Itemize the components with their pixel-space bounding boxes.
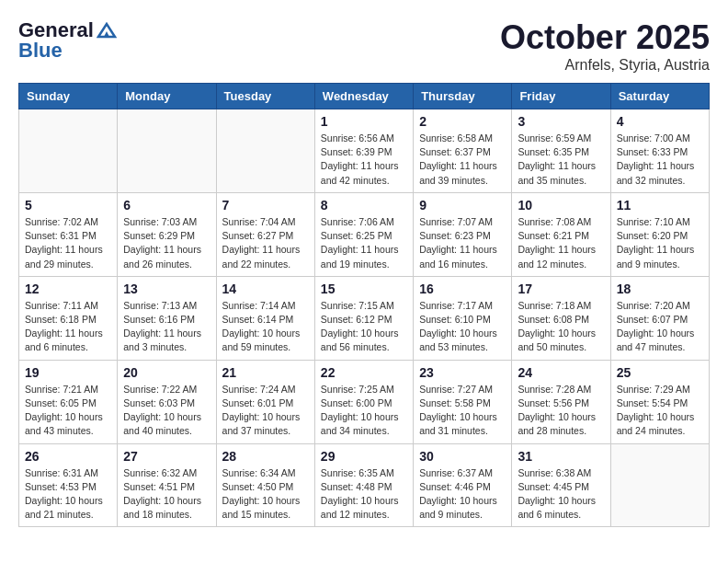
day-number: 4 xyxy=(617,114,703,129)
weekday-header: Saturday xyxy=(610,84,709,109)
calendar-day-cell: 13Sunrise: 7:13 AM Sunset: 6:16 PM Dayli… xyxy=(118,276,216,360)
weekday-header: Wednesday xyxy=(314,84,413,109)
day-number: 3 xyxy=(518,114,604,129)
calendar-day-cell: 30Sunrise: 6:37 AM Sunset: 4:46 PM Dayli… xyxy=(414,443,512,527)
day-number: 8 xyxy=(321,198,407,213)
day-info: Sunrise: 7:18 AM Sunset: 6:08 PM Dayligh… xyxy=(518,299,604,355)
calendar-day-cell: 31Sunrise: 6:38 AM Sunset: 4:45 PM Dayli… xyxy=(512,443,610,527)
day-info: Sunrise: 7:29 AM Sunset: 5:54 PM Dayligh… xyxy=(617,383,703,439)
calendar-day-cell: 5Sunrise: 7:02 AM Sunset: 6:31 PM Daylig… xyxy=(19,192,118,276)
calendar-day-cell: 26Sunrise: 6:31 AM Sunset: 4:53 PM Dayli… xyxy=(19,443,118,527)
day-number: 2 xyxy=(419,114,506,129)
calendar-day-cell xyxy=(610,443,709,527)
day-info: Sunrise: 7:22 AM Sunset: 6:03 PM Dayligh… xyxy=(123,383,210,439)
day-number: 20 xyxy=(123,365,210,380)
svg-marker-1 xyxy=(104,31,109,37)
day-number: 14 xyxy=(222,282,309,296)
calendar-week-row: 12Sunrise: 7:11 AM Sunset: 6:18 PM Dayli… xyxy=(19,276,710,360)
calendar-day-cell: 2Sunrise: 6:58 AM Sunset: 6:37 PM Daylig… xyxy=(414,109,512,193)
page-header: General Blue October 2025 Arnfels, Styri… xyxy=(18,18,710,74)
day-info: Sunrise: 6:56 AM Sunset: 6:39 PM Dayligh… xyxy=(321,132,407,188)
day-info: Sunrise: 7:00 AM Sunset: 6:33 PM Dayligh… xyxy=(617,132,703,188)
calendar-day-cell: 19Sunrise: 7:21 AM Sunset: 6:05 PM Dayli… xyxy=(19,360,118,443)
weekday-header-row: SundayMondayTuesdayWednesdayThursdayFrid… xyxy=(19,84,710,109)
day-info: Sunrise: 6:59 AM Sunset: 6:35 PM Dayligh… xyxy=(518,132,604,188)
day-info: Sunrise: 7:07 AM Sunset: 6:23 PM Dayligh… xyxy=(419,215,506,271)
day-info: Sunrise: 7:06 AM Sunset: 6:25 PM Dayligh… xyxy=(321,215,407,271)
day-number: 31 xyxy=(518,449,604,464)
calendar-week-row: 5Sunrise: 7:02 AM Sunset: 6:31 PM Daylig… xyxy=(19,192,710,276)
calendar-day-cell: 14Sunrise: 7:14 AM Sunset: 6:14 PM Dayli… xyxy=(216,276,314,360)
day-number: 29 xyxy=(321,449,407,464)
day-number: 21 xyxy=(222,365,309,380)
day-number: 5 xyxy=(25,198,111,213)
day-number: 22 xyxy=(321,365,407,380)
day-number: 13 xyxy=(123,282,210,296)
day-info: Sunrise: 6:58 AM Sunset: 6:37 PM Dayligh… xyxy=(419,132,506,188)
calendar-day-cell: 4Sunrise: 7:00 AM Sunset: 6:33 PM Daylig… xyxy=(610,109,709,193)
day-info: Sunrise: 7:27 AM Sunset: 5:58 PM Dayligh… xyxy=(419,383,506,439)
logo-blue: Blue xyxy=(18,39,63,63)
calendar-day-cell: 17Sunrise: 7:18 AM Sunset: 6:08 PM Dayli… xyxy=(512,276,610,360)
day-info: Sunrise: 7:10 AM Sunset: 6:20 PM Dayligh… xyxy=(617,215,703,271)
location: Arnfels, Styria, Austria xyxy=(500,57,710,74)
calendar-day-cell: 9Sunrise: 7:07 AM Sunset: 6:23 PM Daylig… xyxy=(414,192,512,276)
day-info: Sunrise: 6:37 AM Sunset: 4:46 PM Dayligh… xyxy=(419,466,506,523)
day-number: 23 xyxy=(419,365,506,380)
day-info: Sunrise: 7:13 AM Sunset: 6:16 PM Dayligh… xyxy=(123,299,210,355)
day-info: Sunrise: 6:38 AM Sunset: 4:45 PM Dayligh… xyxy=(518,466,604,523)
day-info: Sunrise: 7:28 AM Sunset: 5:56 PM Dayligh… xyxy=(518,383,604,439)
day-number: 15 xyxy=(321,282,407,296)
calendar-week-row: 1Sunrise: 6:56 AM Sunset: 6:39 PM Daylig… xyxy=(19,109,710,193)
weekday-header: Monday xyxy=(118,84,216,109)
day-number: 16 xyxy=(419,282,506,296)
month-title: October 2025 xyxy=(500,18,710,57)
day-number: 24 xyxy=(518,365,604,380)
calendar-day-cell: 21Sunrise: 7:24 AM Sunset: 6:01 PM Dayli… xyxy=(216,360,314,443)
calendar-week-row: 19Sunrise: 7:21 AM Sunset: 6:05 PM Dayli… xyxy=(19,360,710,443)
weekday-header: Tuesday xyxy=(216,84,314,109)
calendar-day-cell xyxy=(118,109,216,193)
day-info: Sunrise: 7:11 AM Sunset: 6:18 PM Dayligh… xyxy=(25,299,111,355)
day-number: 12 xyxy=(25,282,111,296)
day-number: 28 xyxy=(222,449,309,464)
day-number: 30 xyxy=(419,449,506,464)
calendar-day-cell: 10Sunrise: 7:08 AM Sunset: 6:21 PM Dayli… xyxy=(512,192,610,276)
day-number: 19 xyxy=(25,365,111,380)
calendar-day-cell: 22Sunrise: 7:25 AM Sunset: 6:00 PM Dayli… xyxy=(314,360,413,443)
day-info: Sunrise: 7:03 AM Sunset: 6:29 PM Dayligh… xyxy=(123,215,210,271)
calendar-day-cell: 15Sunrise: 7:15 AM Sunset: 6:12 PM Dayli… xyxy=(314,276,413,360)
day-number: 1 xyxy=(321,114,407,129)
calendar-day-cell: 6Sunrise: 7:03 AM Sunset: 6:29 PM Daylig… xyxy=(118,192,216,276)
calendar-week-row: 26Sunrise: 6:31 AM Sunset: 4:53 PM Dayli… xyxy=(19,443,710,527)
calendar-day-cell: 23Sunrise: 7:27 AM Sunset: 5:58 PM Dayli… xyxy=(414,360,512,443)
day-info: Sunrise: 7:15 AM Sunset: 6:12 PM Dayligh… xyxy=(321,299,407,355)
day-info: Sunrise: 7:24 AM Sunset: 6:01 PM Dayligh… xyxy=(222,383,309,439)
calendar-day-cell: 18Sunrise: 7:20 AM Sunset: 6:07 PM Dayli… xyxy=(610,276,709,360)
calendar-day-cell: 20Sunrise: 7:22 AM Sunset: 6:03 PM Dayli… xyxy=(118,360,216,443)
day-info: Sunrise: 7:08 AM Sunset: 6:21 PM Dayligh… xyxy=(518,215,604,271)
calendar-day-cell: 8Sunrise: 7:06 AM Sunset: 6:25 PM Daylig… xyxy=(314,192,413,276)
day-info: Sunrise: 6:35 AM Sunset: 4:48 PM Dayligh… xyxy=(321,466,407,523)
calendar-day-cell: 16Sunrise: 7:17 AM Sunset: 6:10 PM Dayli… xyxy=(414,276,512,360)
day-number: 7 xyxy=(222,198,309,213)
weekday-header: Sunday xyxy=(19,84,118,109)
title-block: October 2025 Arnfels, Styria, Austria xyxy=(500,18,710,74)
calendar-day-cell: 24Sunrise: 7:28 AM Sunset: 5:56 PM Dayli… xyxy=(512,360,610,443)
logo: General Blue xyxy=(18,18,117,63)
day-info: Sunrise: 6:34 AM Sunset: 4:50 PM Dayligh… xyxy=(222,466,309,523)
calendar-day-cell: 3Sunrise: 6:59 AM Sunset: 6:35 PM Daylig… xyxy=(512,109,610,193)
day-number: 10 xyxy=(518,198,604,213)
day-info: Sunrise: 7:20 AM Sunset: 6:07 PM Dayligh… xyxy=(617,299,703,355)
weekday-header: Thursday xyxy=(414,84,512,109)
day-number: 6 xyxy=(123,198,210,213)
day-number: 9 xyxy=(419,198,506,213)
day-info: Sunrise: 7:21 AM Sunset: 6:05 PM Dayligh… xyxy=(25,383,111,439)
day-number: 27 xyxy=(123,449,210,464)
calendar-day-cell: 28Sunrise: 6:34 AM Sunset: 4:50 PM Dayli… xyxy=(216,443,314,527)
day-number: 17 xyxy=(518,282,604,296)
day-info: Sunrise: 7:17 AM Sunset: 6:10 PM Dayligh… xyxy=(419,299,506,355)
calendar-day-cell: 25Sunrise: 7:29 AM Sunset: 5:54 PM Dayli… xyxy=(610,360,709,443)
day-info: Sunrise: 7:25 AM Sunset: 6:00 PM Dayligh… xyxy=(321,383,407,439)
day-number: 11 xyxy=(617,198,703,213)
